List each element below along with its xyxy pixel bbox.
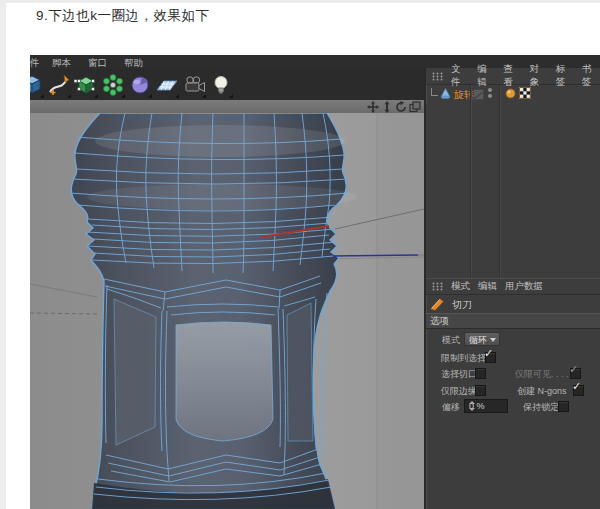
- restrict-to-selection-label: 限制到选择: [441, 352, 486, 365]
- selection-tag-icon[interactable]: [519, 87, 531, 99]
- checkmark: ✓: [572, 382, 581, 391]
- maximize-icon[interactable]: [409, 101, 421, 113]
- viewport-canvas[interactable]: [30, 113, 424, 509]
- attribute-manager-menubar: 模式 编辑 用户数据: [426, 278, 600, 295]
- viewport-titlebar[interactable]: [30, 100, 424, 114]
- active-tool-name: 切刀: [452, 298, 472, 312]
- active-tool-row: 切刀: [426, 295, 600, 314]
- pan-icon[interactable]: [367, 101, 379, 113]
- visible-only-label: 仅限可见. . . .: [515, 368, 569, 381]
- om-column-divider: [470, 85, 472, 278]
- object-manager-menubar: 文件 编辑 查看 对象 标签 书签: [426, 68, 600, 85]
- bottle-model-scene: [30, 113, 424, 509]
- preserve-lock-checkbox[interactable]: [558, 401, 569, 412]
- edges-only-checkbox[interactable]: [475, 385, 486, 396]
- zoom-icon[interactable]: [381, 101, 393, 113]
- rotate-icon[interactable]: [395, 101, 407, 113]
- select-cuts-checkbox[interactable]: [475, 368, 486, 379]
- cube-primitive-icon[interactable]: [30, 71, 45, 99]
- offset-label: 偏移: [442, 401, 460, 414]
- mode-label: 模式: [442, 334, 460, 347]
- bottle-center-panel: [176, 322, 273, 441]
- mode-dropdown[interactable]: 循环: [464, 332, 500, 346]
- 3d-viewport: C4D吧 【www.linecg.com/tieba/1799】: [30, 100, 424, 509]
- checkmark: ✓: [484, 349, 493, 358]
- object-row[interactable]: 旋转: [426, 85, 600, 103]
- options-section-label: 选项: [430, 315, 449, 328]
- knife-icon: [431, 298, 447, 311]
- sphere-primitive-icon[interactable]: [126, 71, 153, 99]
- panel-grip-icon[interactable]: [432, 72, 443, 81]
- c4d-screenshot: 件 脚本 窗口 帮助: [30, 55, 600, 509]
- array-object-icon[interactable]: [99, 71, 126, 99]
- hierarchy-branch-icon: [431, 88, 438, 96]
- am-menu-userdata[interactable]: 用户数据: [505, 280, 543, 293]
- main-toolbar: [30, 69, 424, 101]
- page-margin-top: [0, 0, 600, 3]
- lathe-object-icon[interactable]: [440, 88, 451, 99]
- pen-spline-icon[interactable]: [45, 71, 72, 99]
- phong-tag-icon[interactable]: [505, 88, 516, 99]
- create-ngons-label: 创建 N-gons: [517, 385, 567, 398]
- preserve-lock-label: 保持锁定: [523, 401, 559, 414]
- light-object-icon[interactable]: [207, 71, 234, 99]
- viewport-controls: [367, 100, 421, 113]
- chevron-down-icon: [490, 338, 496, 342]
- mode-value: 循环: [469, 334, 487, 347]
- right-panel: 文件 编辑 查看 对象 标签 书签 旋转: [424, 68, 600, 509]
- options-section-header[interactable]: 选项: [426, 313, 600, 329]
- om-column-divider: [499, 85, 501, 278]
- am-menu-mode[interactable]: 模式: [451, 280, 470, 293]
- panel-grip-icon[interactable]: [432, 282, 443, 291]
- camera-object-icon[interactable]: [180, 71, 207, 99]
- am-menu-edit[interactable]: 编辑: [478, 280, 497, 293]
- floor-object-icon[interactable]: [153, 71, 180, 99]
- z-axis-line: [333, 255, 418, 256]
- object-manager-body[interactable]: [426, 103, 600, 278]
- visibility-dots[interactable]: [488, 88, 492, 98]
- page-margin: [0, 0, 6, 509]
- layer-icon[interactable]: [473, 89, 484, 100]
- spinner-arrows-icon[interactable]: [469, 401, 475, 411]
- make-editable-icon[interactable]: [72, 71, 99, 99]
- offset-input[interactable]: 0 %: [464, 399, 508, 413]
- step-heading: 9.下边也k一圈边，效果如下: [36, 7, 210, 25]
- checkmark: ✓: [569, 365, 578, 374]
